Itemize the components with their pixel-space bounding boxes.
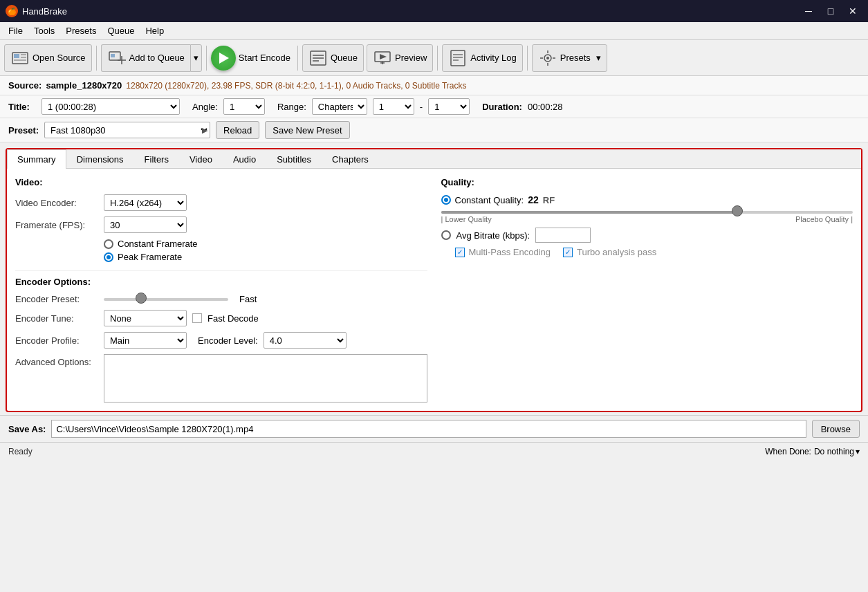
presets-arrow: ▾: [596, 53, 601, 63]
toolbar-divider-2: [206, 46, 207, 71]
tab-chapters[interactable]: Chapters: [322, 149, 379, 169]
presets-button[interactable]: Presets ▾: [532, 44, 607, 72]
fps-label: Framerate (FPS):: [15, 220, 98, 230]
avg-bitrate-label: Avg Bitrate (kbps):: [456, 230, 530, 241]
constant-framerate-radio[interactable]: [104, 239, 113, 249]
video-encoder-select[interactable]: H.264 (x264): [104, 194, 187, 211]
constant-quality-radio[interactable]: [441, 195, 451, 205]
activity-log-icon: [448, 48, 468, 68]
open-source-button[interactable]: Open Source: [4, 44, 92, 72]
rf-value: 22: [528, 194, 539, 205]
add-to-queue-dropdown-button[interactable]: ▾: [190, 44, 202, 72]
title-label: Title:: [8, 102, 36, 112]
menu-presets[interactable]: Presets: [60, 24, 102, 37]
constant-quality-row: Constant Quality: 22 RF: [441, 194, 853, 205]
range-start-select[interactable]: 1: [373, 98, 414, 115]
save-path-input[interactable]: [51, 420, 806, 438]
range-type-select[interactable]: Chapters: [312, 98, 367, 115]
encoder-profile-label: Encoder Profile:: [15, 335, 98, 346]
menu-tools[interactable]: Tools: [28, 24, 60, 37]
constant-quality-label: Constant Quality:: [455, 195, 524, 205]
quality-slider-thumb[interactable]: [732, 205, 743, 216]
peak-framerate-radio[interactable]: [104, 252, 113, 262]
when-done-arrow: ▾: [856, 447, 860, 456]
tabs-content: Video: Video Encoder: H.264 (x264) Frame…: [7, 169, 861, 411]
add-to-queue-icon: [107, 48, 127, 68]
add-to-queue-button[interactable]: Add to Queue: [101, 44, 190, 72]
encoder-preset-row: Encoder Preset: Fast: [15, 294, 427, 304]
svg-marker-14: [380, 54, 387, 59]
preview-label: Preview: [395, 53, 427, 63]
quality-slider[interactable]: [441, 211, 853, 214]
app-icon: 🍊: [6, 5, 18, 17]
tab-subtitles[interactable]: Subtitles: [266, 149, 322, 169]
menu-file[interactable]: File: [3, 24, 28, 37]
encoder-options-section: Encoder Options: Encoder Preset: Fast: [15, 270, 427, 403]
encoding-options: Multi-Pass Encoding Turbo analysis pass: [455, 247, 853, 257]
preset-select[interactable]: Fast 1080p30: [44, 122, 210, 138]
activity-log-button[interactable]: Activity Log: [442, 44, 522, 72]
multi-pass-checkbox[interactable]: [455, 248, 465, 257]
when-done-button[interactable]: Do nothing ▾: [814, 447, 860, 456]
maximize-button[interactable]: □: [821, 4, 840, 18]
video-encoder-row: Video Encoder: H.264 (x264): [15, 194, 427, 211]
avg-bitrate-input[interactable]: [535, 228, 591, 243]
menu-queue[interactable]: Queue: [102, 24, 140, 37]
save-new-preset-button[interactable]: Save New Preset: [265, 121, 349, 139]
encoder-preset-value: Fast: [239, 294, 257, 304]
fast-decode-checkbox[interactable]: [192, 313, 202, 323]
constant-framerate-row[interactable]: Constant Framerate: [104, 239, 427, 249]
range-end-select[interactable]: 1: [428, 98, 470, 115]
tab-filters[interactable]: Filters: [134, 149, 179, 169]
source-filename: sample_1280x720: [46, 80, 122, 91]
close-button[interactable]: ✕: [843, 4, 862, 18]
advanced-options-textarea[interactable]: [104, 354, 427, 403]
play-triangle-icon: [219, 53, 229, 64]
angle-select[interactable]: 1: [223, 98, 265, 115]
turbo-checkbox[interactable]: [563, 248, 573, 257]
tab-summary[interactable]: Summary: [7, 149, 66, 169]
source-label: Source:: [8, 80, 41, 91]
toolbar-divider-3: [297, 46, 298, 71]
preview-button[interactable]: Preview: [367, 44, 433, 72]
avg-bitrate-radio[interactable]: [441, 230, 451, 240]
tab-audio[interactable]: Audio: [223, 149, 266, 169]
placebo-quality-label: Placebo Quality |: [795, 215, 853, 223]
title-row: Title: 1 (00:00:28) Angle: 1 Range: Chap…: [0, 95, 868, 118]
quality-column: Quality: Constant Quality: 22 RF: [441, 177, 853, 403]
save-bar: Save As: Browse: [0, 415, 868, 442]
when-done-value: Do nothing: [814, 447, 854, 456]
when-done-label: When Done:: [765, 447, 811, 456]
browse-button[interactable]: Browse: [812, 420, 860, 438]
app-title: HandBrake: [22, 6, 67, 17]
quality-slider-labels: | Lower Quality Placebo Quality |: [441, 215, 853, 223]
peak-framerate-row[interactable]: Peak Framerate: [104, 252, 427, 262]
peak-framerate-label: Peak Framerate: [118, 252, 182, 262]
encoder-tune-select[interactable]: None: [104, 310, 187, 326]
tab-dimensions[interactable]: Dimensions: [66, 149, 134, 169]
constant-framerate-label: Constant Framerate: [118, 239, 198, 249]
multi-pass-label: Multi-Pass Encoding: [469, 247, 551, 257]
encoder-preset-label: Encoder Preset:: [15, 294, 98, 304]
minimize-button[interactable]: ─: [799, 4, 818, 18]
presets-icon: [538, 48, 557, 68]
encoder-preset-slider[interactable]: [104, 298, 228, 301]
start-encode-button[interactable]: [211, 46, 236, 71]
reload-button[interactable]: Reload: [216, 121, 259, 139]
queue-button[interactable]: Queue: [302, 44, 364, 72]
queue-icon: [308, 48, 328, 68]
tab-video[interactable]: Video: [179, 149, 223, 169]
avg-bitrate-row: Avg Bitrate (kbps):: [441, 228, 853, 243]
svg-rect-6: [111, 54, 115, 57]
encoder-profile-select[interactable]: Main: [104, 332, 187, 349]
menu-help[interactable]: Help: [140, 24, 169, 37]
rf-unit: RF: [543, 195, 555, 205]
encoder-level-select[interactable]: 4.0: [264, 332, 347, 349]
preview-icon: [373, 48, 392, 68]
preset-row: Preset: Fast 1080p30 ▶ Reload Save New P…: [0, 118, 868, 142]
fps-select[interactable]: 30: [104, 216, 187, 233]
title-select[interactable]: 1 (00:00:28): [41, 98, 180, 115]
start-encode-label: Start Encode: [239, 53, 290, 63]
quality-slider-container: | Lower Quality Placebo Quality |: [441, 211, 853, 223]
video-section-title: Video:: [15, 177, 427, 187]
